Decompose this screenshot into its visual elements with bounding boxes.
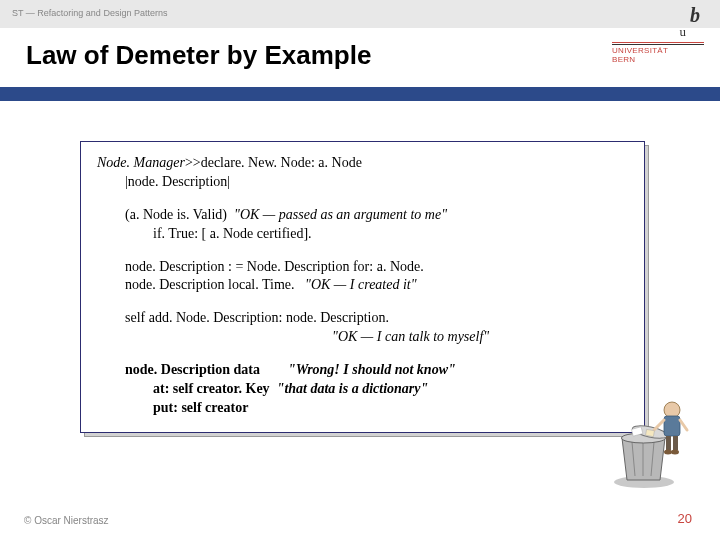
svg-point-11 [671, 450, 679, 455]
svg-line-13 [680, 420, 687, 430]
code-box: Node. Manager>>declare. New. Node: a. No… [80, 141, 645, 433]
code-text-bold: at: self creator. Key [153, 381, 270, 396]
code-line: node. Description local. Time. "OK — I c… [97, 276, 628, 295]
breadcrumb: ST — Refactoring and Design Patterns [12, 8, 167, 18]
code-text: (a. Node is. Valid) [125, 207, 227, 222]
code-line: if. True: [ a. Node certified]. [97, 225, 628, 244]
code-block-5: node. Description data "Wrong! I should … [97, 361, 628, 418]
svg-point-10 [664, 450, 672, 455]
code-line: put: self creator [97, 399, 628, 418]
svg-rect-8 [666, 436, 671, 450]
code-block-2: (a. Node is. Valid) "OK — passed as an a… [97, 206, 628, 244]
code-inner: Node. Manager>>declare. New. Node: a. No… [80, 141, 645, 433]
university-name-2: BERN [612, 56, 704, 65]
code-comment-bold: "Wrong! I should not know" [288, 362, 456, 377]
svg-rect-15 [646, 429, 655, 436]
svg-rect-7 [664, 416, 680, 436]
footer-copyright: © Oscar Nierstrasz [24, 515, 109, 526]
code-line: self add. Node. Description: node. Descr… [97, 309, 628, 328]
code-line: at: self creator. Key "that data is a di… [97, 380, 628, 399]
code-block-1: Node. Manager>>declare. New. Node: a. No… [97, 154, 628, 192]
code-comment-bold: "that data is a dictionary" [277, 381, 429, 396]
blue-divider-bar [0, 87, 720, 101]
svg-rect-9 [673, 436, 678, 450]
code-line: |node. Description| [97, 173, 628, 192]
code-line: (a. Node is. Valid) "OK — passed as an a… [97, 206, 628, 225]
code-line: node. Description : = Node. Description … [97, 258, 628, 277]
code-comment: "OK — passed as an argument to me" [234, 207, 447, 222]
university-logo: b u UNIVERSITÄT BERN [612, 4, 704, 65]
code-text-bold: node. Description data [125, 362, 260, 377]
logo-divider-red [612, 42, 704, 43]
logo-divider-black [612, 44, 704, 45]
page-number: 20 [678, 511, 692, 526]
code-text: >>declare. New. Node: a. Node [185, 155, 362, 170]
code-block-3: node. Description : = Node. Description … [97, 258, 628, 296]
code-comment: "OK — I created it" [305, 277, 417, 292]
code-comment: "OK — I can talk to myself" [332, 329, 489, 344]
trash-clipart-icon [602, 390, 692, 490]
code-text: node. Description local. Time. [125, 277, 295, 292]
content-area: Node. Manager>>declare. New. Node: a. No… [0, 101, 720, 433]
code-line: "OK — I can talk to myself" [97, 328, 628, 347]
code-block-4: self add. Node. Description: node. Descr… [97, 309, 628, 347]
code-line: node. Description data "Wrong! I should … [97, 361, 628, 380]
code-line: Node. Manager>>declare. New. Node: a. No… [97, 154, 628, 173]
code-text: Node. Manager [97, 155, 185, 170]
svg-line-12 [654, 420, 664, 430]
